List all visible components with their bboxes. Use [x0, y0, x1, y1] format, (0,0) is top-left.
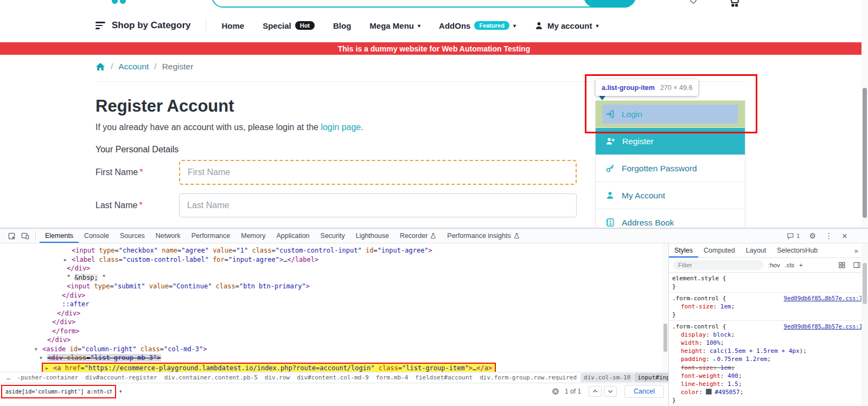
code-line[interactable]: ::after — [0, 300, 662, 309]
breadcrumb-item[interactable]: div#account-register — [82, 373, 160, 382]
device-toolbar-icon[interactable] — [18, 230, 31, 241]
breadcrumb-item[interactable]: fieldset#account — [412, 373, 476, 382]
nav-item-blog[interactable]: Blog — [333, 21, 351, 30]
twisty-icon[interactable]: ▼ — [35, 345, 42, 355]
css-property[interactable]: color: #495057; — [672, 388, 864, 396]
inspect-element-icon[interactable] — [5, 230, 18, 241]
css-property[interactable]: font-size: 1em; — [672, 302, 864, 311]
code-line[interactable]: ▶<label class="custom-control-label" for… — [0, 255, 662, 265]
last-name-input[interactable] — [179, 194, 577, 217]
twisty-icon[interactable]: ▶ — [46, 364, 53, 372]
close-devtools-icon[interactable]: × — [842, 231, 847, 241]
color-swatch[interactable] — [706, 389, 712, 395]
home-icon[interactable] — [95, 62, 105, 71]
scrollbar-thumb[interactable] — [663, 324, 667, 352]
nav-item-home[interactable]: Home — [221, 21, 244, 30]
breadcrumb-item[interactable]: div#content.col-md-9 — [293, 373, 372, 382]
devtools-tab-console[interactable]: Console — [79, 229, 114, 243]
code-line[interactable]: ▼<div class="list-group mb-3"> — [0, 353, 662, 363]
cart-icon[interactable] — [727, 0, 741, 9]
devtools-tab-sources[interactable]: Sources — [114, 229, 150, 243]
css-property[interactable]: line-height: 1.5; — [672, 380, 864, 388]
twisty-icon[interactable]: ▼ — [40, 354, 47, 363]
breadcrumb-account[interactable]: Account — [118, 62, 149, 72]
first-name-input[interactable] — [179, 160, 577, 185]
breadcrumb-item[interactable]: input#input-firstname.form-control — [634, 373, 668, 382]
styles-tab-styles[interactable]: Styles — [669, 243, 698, 257]
code-line[interactable]: ▼<aside id="column-right" class="col-md-… — [0, 345, 662, 354]
new-style-rule-button[interactable]: + — [799, 262, 803, 268]
code-line[interactable]: <input type="checkbox" name="agree" valu… — [0, 246, 662, 255]
code-line[interactable]: </div> — [0, 291, 662, 300]
scrollbar-thumb[interactable] — [863, 88, 867, 218]
shop-by-category-button[interactable]: Shop by Category — [95, 20, 190, 31]
breadcrumb-item[interactable]: div.col-sm-10 — [580, 373, 634, 382]
devtools-tab-network[interactable]: Network — [150, 229, 186, 243]
find-input[interactable] — [1, 385, 116, 398]
devtools-tab-security[interactable]: Security — [315, 229, 350, 243]
css-property[interactable]: display: block; — [672, 331, 864, 339]
code-line[interactable]: ▶<a href="https://ecommerce-playground.l… — [0, 363, 662, 372]
breadcrumb-item[interactable]: … — [3, 373, 14, 382]
styles-scrollbar[interactable] — [861, 243, 868, 406]
previous-match-button[interactable] — [589, 386, 602, 397]
breadcrumb-item[interactable]: div.container.content.pb-5 — [161, 373, 261, 382]
search-bar-partial[interactable] — [212, 0, 636, 8]
styles-tab-layout[interactable]: Layout — [741, 243, 772, 257]
nav-item-mega-menu[interactable]: Mega Menu▾ — [369, 21, 420, 30]
devtools-tab-memory[interactable]: Memory — [235, 229, 271, 243]
search-button-partial[interactable] — [584, 0, 636, 8]
more-options-icon[interactable]: ⋮ — [825, 231, 833, 240]
devtools-tab-recorder[interactable]: Recorder — [394, 229, 442, 243]
styles-tab-selectorshub[interactable]: SelectorsHub — [771, 243, 823, 257]
computed-sidebar-icon[interactable] — [853, 262, 860, 268]
account-menu-my-account[interactable]: My Account — [596, 182, 745, 209]
devtools-tab-application[interactable]: Application — [271, 229, 315, 243]
search-history-caret-icon[interactable]: ▾ — [119, 389, 122, 394]
login-page-link[interactable]: login page — [321, 123, 361, 132]
scrollbar-thumb[interactable] — [863, 263, 867, 304]
next-match-button[interactable] — [604, 386, 617, 397]
elements-scrollbar[interactable] — [662, 243, 668, 372]
css-property[interactable]: padding: ▸0.75rem 1.2rem; — [672, 355, 864, 364]
account-menu-register[interactable]: Register — [596, 127, 745, 154]
devtools-tab-performance-insights[interactable]: Performance insights — [442, 229, 525, 243]
breadcrumb-item[interactable]: -pusher-container — [14, 373, 82, 382]
nav-item-special[interactable]: SpecialHot — [263, 21, 315, 30]
breadcrumb-item[interactable]: div.row — [261, 373, 293, 382]
css-property[interactable]: font-size: 1em; — [672, 364, 864, 372]
css-property[interactable]: font-weight: 400; — [672, 372, 864, 380]
page-scrollbar[interactable] — [861, 0, 868, 228]
css-selector[interactable]: element.style — [672, 275, 719, 282]
clear-search-icon[interactable] — [552, 388, 559, 395]
css-property[interactable]: width: 100%; — [672, 339, 864, 347]
devtools-tab-performance[interactable]: Performance — [186, 229, 236, 243]
grid-overlays-icon[interactable] — [839, 262, 845, 268]
styles-tab-computed[interactable]: Computed — [698, 243, 741, 257]
code-line[interactable]: </form> — [0, 327, 662, 336]
devtools-tab-lighthouse[interactable]: Lighthouse — [350, 229, 394, 243]
element-class-toggle[interactable]: .cls — [785, 262, 794, 268]
css-selector[interactable]: .form-control — [672, 295, 719, 302]
devtools-tab-elements[interactable]: Elements — [40, 229, 79, 243]
css-selector[interactable]: .form-control — [672, 323, 719, 330]
account-menu-address-book[interactable]: Address Book — [596, 209, 745, 228]
wishlist-icon[interactable] — [689, 0, 698, 5]
nav-item-addons[interactable]: AddOnsFeatured▾ — [439, 21, 516, 30]
css-source-link[interactable]: 9ed09db6f85…8b57e.css:1 — [784, 323, 863, 331]
cancel-search-button[interactable]: Cancel — [624, 385, 664, 398]
expand-icon[interactable]: ▸ — [713, 357, 716, 362]
breadcrumb-item[interactable]: form.mb-4 — [373, 373, 412, 382]
account-menu-login[interactable]: Login — [596, 101, 745, 127]
css-property[interactable]: height: calc(1.5em + 1.5rem + 4px); — [672, 347, 864, 355]
settings-gear-icon[interactable]: ⚙ — [809, 231, 816, 240]
styles-filter-input[interactable] — [673, 260, 763, 270]
console-messages-badge[interactable]: 1 — [787, 233, 800, 240]
breadcrumb-item[interactable]: div.form-group.row.required — [476, 373, 580, 382]
code-line[interactable]: " &nbsp; " — [0, 273, 662, 282]
account-menu-forgotten-password[interactable]: Forgotten Password — [596, 154, 745, 182]
twisty-icon[interactable]: ▶ — [64, 256, 72, 265]
code-line[interactable]: </div> — [0, 309, 662, 318]
code-line[interactable]: </div> — [0, 318, 662, 327]
code-line[interactable]: </div> — [0, 264, 662, 273]
